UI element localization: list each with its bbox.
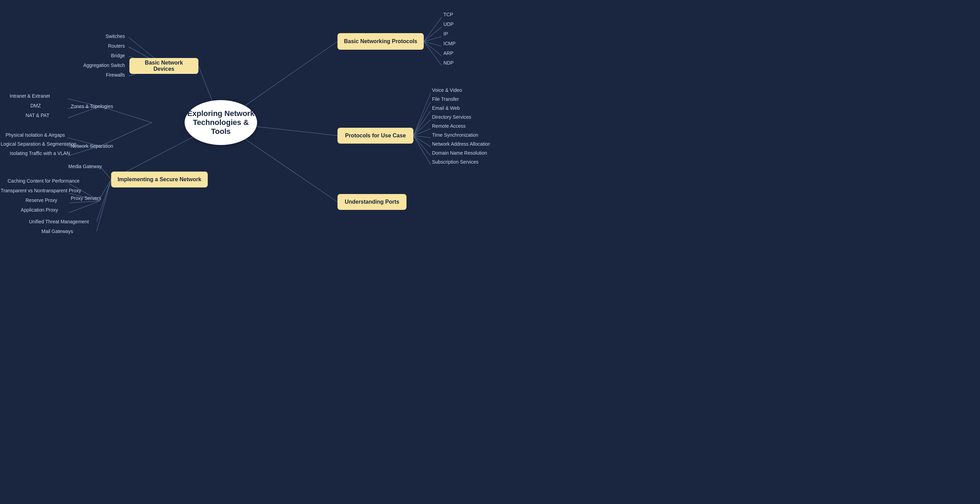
- basic-network-devices-box: Basic Network Devices: [129, 58, 199, 74]
- zones-topologies-label: Zones & Topologies: [71, 104, 113, 109]
- svg-line-11: [424, 41, 442, 56]
- leaf-file-transfer: File Transfer: [432, 96, 459, 102]
- svg-line-22: [414, 136, 431, 165]
- leaf-bridge: Bridge: [80, 53, 125, 58]
- svg-line-9: [424, 37, 442, 41]
- svg-line-7: [424, 17, 442, 41]
- leaf-caching: Caching Content for Performance: [8, 178, 80, 183]
- leaf-transparent-proxy: Transparent vs Nontransparent Proxy: [1, 188, 81, 193]
- leaf-udp: UDP: [444, 21, 454, 27]
- svg-line-37: [100, 123, 152, 146]
- leaf-aggregation-switch: Aggregation Switch: [61, 62, 125, 68]
- understanding-ports-box: Understanding Ports: [337, 194, 406, 210]
- svg-line-10: [424, 41, 442, 46]
- leaf-firewalls: Firewalls: [80, 72, 125, 78]
- svg-line-19: [414, 136, 431, 138]
- leaf-logical-separation: Logical Separation & Segmentation: [1, 141, 76, 147]
- leaf-unified-threat: Unified Threat Management: [29, 219, 89, 224]
- leaf-arp: ARP: [444, 50, 453, 56]
- leaf-time-sync: Time Synchronization: [432, 132, 478, 138]
- leaf-email-web: Email & Web: [432, 105, 460, 111]
- svg-line-30: [69, 201, 100, 213]
- leaf-isolating-traffic: Isolating Traffic with a VLAN: [10, 150, 70, 156]
- protocols-use-case-box: Protocols for Use Case: [337, 128, 414, 144]
- mindmap: Exploring NetworkTechnologies & Tools Ba…: [0, 0, 490, 252]
- svg-line-32: [97, 180, 111, 231]
- leaf-intranet: Intranet & Extranet: [10, 93, 50, 99]
- leaf-application-proxy: Application Proxy: [21, 207, 58, 213]
- proxy-servers-label: Proxy Servers: [71, 195, 101, 201]
- leaf-subscription: Subscription Services: [432, 159, 479, 165]
- svg-line-15: [414, 102, 431, 136]
- leaf-reserve-proxy: Reserve Proxy: [25, 198, 57, 203]
- svg-line-12: [424, 41, 442, 65]
- leaf-routers: Routers: [80, 43, 125, 49]
- leaf-icmp: ICMP: [444, 41, 455, 46]
- center-node: Exploring NetworkTechnologies & Tools: [185, 100, 257, 145]
- leaf-network-address: Network Address Allocation: [432, 141, 490, 147]
- leaf-physical-isolation: Physical Isolation & Airgaps: [6, 132, 65, 138]
- leaf-directory-services: Directory Services: [432, 114, 471, 120]
- leaf-switches: Switches: [80, 33, 125, 39]
- svg-line-20: [414, 136, 431, 147]
- network-separation-label: Network Separation: [71, 143, 113, 149]
- leaf-dmz: DMZ: [30, 103, 41, 108]
- svg-line-21: [414, 136, 431, 156]
- leaf-domain-name: Domain Name Resolution: [432, 150, 487, 156]
- implementing-secure-box: Implementing a Secure Network: [111, 172, 208, 187]
- leaf-mail-gateways: Mail Gateways: [41, 228, 73, 234]
- svg-line-26: [100, 180, 111, 198]
- leaf-nat: NAT & PAT: [25, 113, 49, 118]
- svg-line-16: [414, 111, 431, 136]
- leaf-ip: IP: [444, 31, 448, 37]
- svg-line-17: [414, 120, 431, 136]
- svg-line-8: [424, 27, 442, 41]
- leaf-remote-access: Remote Access: [432, 123, 466, 129]
- leaf-media-gateway: Media Gateway: [68, 164, 102, 169]
- svg-line-14: [414, 93, 431, 136]
- svg-line-29: [69, 201, 100, 203]
- basic-networking-protocols-box: Basic Networking Protocols: [337, 33, 424, 50]
- svg-line-18: [414, 129, 431, 136]
- leaf-ndp: NDP: [444, 60, 454, 65]
- leaf-tcp: TCP: [444, 12, 453, 17]
- leaf-voice-video: Voice & Video: [432, 87, 462, 93]
